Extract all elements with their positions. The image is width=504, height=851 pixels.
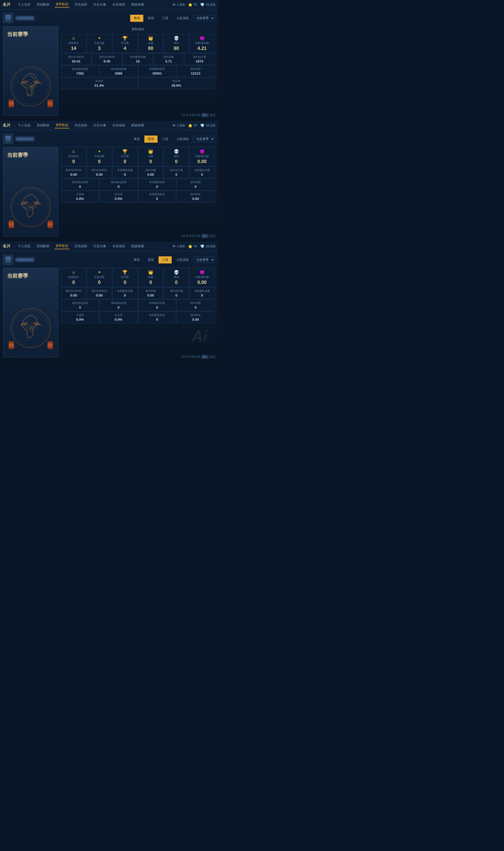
nav-item-season-2[interactable]: 赛季数据 (55, 122, 69, 128)
tab-single-2[interactable]: 单排 (130, 136, 143, 143)
r2-3-cell-0: 最长生存时间 0:00 (61, 287, 86, 299)
row2-2: 最长生存时间 0:00 场均生存时间 0:00 单局最高击败 0 场均击败 0.… (61, 166, 215, 178)
back-text-1[interactable]: 返回 (210, 113, 215, 117)
esc-button-3[interactable]: Esc (201, 355, 209, 359)
kd-icon-1: 😈 (192, 36, 212, 41)
watermark-1: S中文音官方授 Esc 返回 (181, 113, 215, 117)
r4-value-0: 21.4% (63, 84, 136, 87)
r4-value-1: 28.6% (141, 84, 213, 87)
r4-2-label-3: 场均助攻 (179, 193, 212, 196)
r4-3-label-1: 前五率 (102, 313, 136, 317)
season-select-3[interactable]: 当前赛季 (193, 256, 215, 263)
diamond-icon: 💎 (200, 3, 204, 7)
nav-item-career[interactable]: 生涯成就 (111, 2, 126, 7)
r4-3-cell-2: 单局最高助攻 0 (138, 312, 176, 323)
nav-item-career-3[interactable]: 生涯成就 (111, 244, 126, 249)
r3-value-2: 35901 (141, 71, 174, 75)
tab-double-2[interactable]: 双排 (144, 136, 158, 143)
season-select-1[interactable]: 当前赛季 (193, 15, 215, 21)
r4-3-label-3: 场均助攻 (179, 313, 212, 317)
season-title-2: 当前赛季 (3, 147, 58, 161)
tab-triple-3[interactable]: 三排 (159, 256, 172, 263)
nav-item-history-2[interactable]: 历史战绩 (73, 123, 88, 128)
tab-triple-1[interactable]: 三排 (159, 15, 172, 22)
star-stat-2: ⭐ 76 (188, 123, 197, 128)
tab-ai-2[interactable]: 人机演练 (173, 136, 192, 143)
r2-value-0: 20:41 (63, 59, 89, 63)
nav-item-hero-3[interactable]: 英雄数据 (36, 244, 50, 249)
row2-cell-0: 最长生存时间 20:41 (61, 53, 91, 65)
kills-label-2: 击败 (141, 155, 161, 158)
chosen-label-1: 天选次数 (89, 41, 110, 45)
r3-2-value-2: 0 (141, 185, 174, 189)
nav-item-gallery[interactable]: 图鉴收藏 (130, 2, 145, 7)
tab-double-1[interactable]: 双排 (144, 15, 158, 22)
r2-2-cell-3: 场均击败 0.00 (138, 166, 164, 178)
nav-item-social[interactable]: 社交头像 (92, 2, 107, 7)
row2-cell-2: 单局最高击败 16 (123, 53, 153, 65)
r2-value-1: 9:45 (94, 59, 120, 63)
nav-item-hero[interactable]: 英雄数据 (36, 2, 50, 7)
username-3 (16, 258, 34, 262)
esc-button-1[interactable]: Esc (201, 113, 209, 117)
r2-3-label-5: 总救援队友数 (192, 289, 212, 293)
kd-icon-3: 😈 (192, 270, 212, 275)
back-text-2[interactable]: 返回 (210, 234, 215, 238)
nav-item-hero-2[interactable]: 英雄数据 (36, 123, 50, 128)
r4-2-cell-2: 单局最高助攻 0 (138, 191, 176, 202)
r2-3-label-0: 最长生存时间 (63, 289, 84, 293)
stat-cell-elim-3: 💀 淘汰 0 (164, 268, 189, 287)
tab-ai-1[interactable]: 人机演练 (173, 15, 192, 22)
nav-item-season[interactable]: 赛季数据 (55, 2, 69, 7)
star-count-2: 76 (194, 124, 197, 127)
esc-button-2[interactable]: Esc (201, 234, 209, 238)
tab-triple-2[interactable]: 三排 (159, 136, 172, 143)
tab-single-1[interactable]: 单排 (130, 15, 143, 22)
tab-ai-3[interactable]: 人机演练 (173, 256, 192, 263)
season-title-3: 当前赛季 (3, 268, 58, 282)
nav-item-personal-3[interactable]: 个人信息 (17, 244, 32, 249)
nav-item-history[interactable]: 历史战绩 (73, 2, 88, 7)
diamond-count-3: 16,328 (205, 245, 215, 248)
nav-item-history-3[interactable]: 历史战绩 (73, 244, 88, 249)
row2-cell-3: 场均击败 5.71 (153, 53, 184, 65)
chosen-icon-3: ✦ (89, 270, 110, 275)
r2-3-value-3: 0.00 (141, 294, 161, 297)
nav-item-social-3[interactable]: 社交头像 (92, 244, 107, 249)
nav-item-season-3[interactable]: 赛季数据 (55, 243, 69, 249)
nav-item-gallery-3[interactable]: 图鉴收藏 (130, 244, 145, 249)
watermark-text-3: S中文音官方授 (181, 355, 200, 359)
r2-label-2: 单局最高击败 (125, 55, 151, 59)
back-text-3[interactable]: 返回 (210, 355, 215, 359)
nav-item-personal-2[interactable]: 个人信息 (17, 123, 32, 128)
tab-single-3[interactable]: 单排 (130, 256, 143, 263)
diamond-icon-2: 💎 (200, 123, 204, 128)
r3-2-cell-2: 单局最高伤害 0 (138, 179, 176, 191)
r4-label-1: 前五率 (141, 79, 213, 83)
r2-label-1: 场均生存时间 (94, 55, 120, 59)
stat-cell-games-1: ⚔ 游戏场次 14 (61, 34, 86, 53)
elim-value-3: 0 (166, 280, 187, 285)
r3-3-value-2: 0 (141, 305, 174, 309)
top5-label-3: 前五数 (115, 275, 136, 279)
nav-item-personal[interactable]: 个人信息 (17, 2, 32, 7)
stats-grid-1: 复制成功 ⚔ 游戏场次 14 ✦ 天选次数 3 🏆 前五数 4 (61, 26, 215, 116)
star-icon-2: ⭐ (188, 123, 193, 128)
season-select-2[interactable]: 当前赛季 (193, 136, 215, 142)
chosen-value-3: 0 (89, 280, 110, 285)
nav-item-career-2[interactable]: 生涯成就 (111, 123, 126, 128)
nav-item-social-2[interactable]: 社交头像 (92, 123, 107, 128)
diamond-count: 16,328 (205, 3, 215, 6)
r4-2-cell-1: 前五率 0.0% (100, 191, 138, 202)
star-stat: ⭐ 76 (188, 3, 197, 7)
panel-3: 单排 双排 三排 人机演练 当前赛季 当前赛季 (0, 251, 218, 361)
nav-item-gallery-2[interactable]: 图鉴收藏 (130, 123, 145, 128)
lantern-right-3 (48, 341, 53, 349)
kills-icon-1: 👑 (141, 36, 161, 41)
r4-3-label-0: 天选率 (63, 313, 97, 317)
tab-double-3[interactable]: 双排 (144, 256, 158, 263)
diamond-stat-2: 💎 16,328 (200, 123, 215, 128)
panel-2: 单排 双排 三排 人机演练 当前赛季 当前赛季 (0, 130, 218, 240)
games-label-2: 游戏场次 (63, 155, 84, 158)
chosen-value-1: 3 (89, 46, 110, 51)
